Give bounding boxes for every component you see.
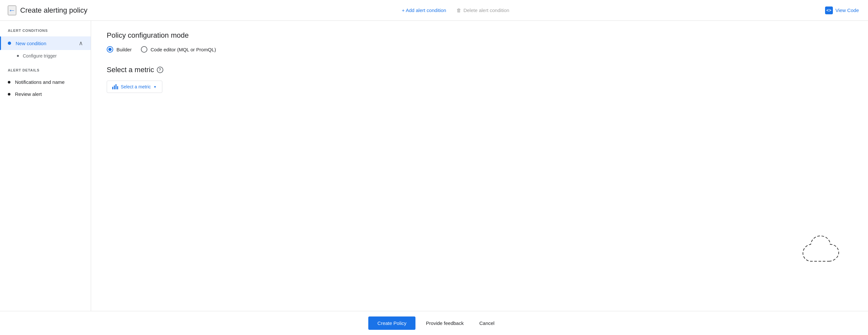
dot-icon <box>8 93 10 96</box>
radio-group: Builder Code editor (MQL or PromQL) <box>107 46 852 53</box>
builder-radio-circle <box>107 46 113 53</box>
active-dot-icon <box>8 42 11 45</box>
metric-chart-icon <box>112 84 118 89</box>
sidebar: ALERT CONDITIONS New condition ∧ Configu… <box>0 21 91 311</box>
select-metric-title-text: Select a metric <box>107 66 154 74</box>
code-editor-label: Code editor (MQL or PromQL) <box>151 47 216 52</box>
sidebar-item-new-condition[interactable]: New condition ∧ <box>0 36 91 50</box>
sidebar-item-review-alert[interactable]: Review alert <box>0 88 91 100</box>
new-condition-label: New condition <box>16 41 46 46</box>
select-metric-btn-label: Select a metric <box>121 84 151 89</box>
content-area: Policy configuration mode Builder Code e… <box>91 21 868 311</box>
add-condition-button[interactable]: + Add alert condition <box>401 5 447 15</box>
help-icon[interactable]: ? <box>157 67 163 73</box>
bar3 <box>116 84 117 89</box>
create-policy-button[interactable]: Create Policy <box>368 316 415 330</box>
cloud-illustration <box>777 232 842 272</box>
dot-icon <box>8 81 10 83</box>
cancel-button[interactable]: Cancel <box>474 316 500 330</box>
dropdown-arrow-icon: ▼ <box>154 85 157 89</box>
builder-label: Builder <box>117 47 132 52</box>
alert-conditions-heading: ALERT CONDITIONS <box>0 29 91 33</box>
bottom-bar: Create Policy Provide feedback Cancel <box>0 311 868 335</box>
provide-feedback-button[interactable]: Provide feedback <box>421 316 469 330</box>
back-button[interactable]: ← <box>8 5 16 15</box>
trash-icon: 🗑 <box>457 7 461 13</box>
policy-mode-section: Policy configuration mode Builder Code e… <box>107 31 852 53</box>
metric-section-title: Select a metric ? <box>107 66 852 74</box>
code-editor-radio-option[interactable]: Code editor (MQL or PromQL) <box>141 46 216 53</box>
sidebar-item-configure-trigger[interactable]: Configure trigger <box>0 50 91 62</box>
sub-dot-icon <box>17 55 19 57</box>
back-arrow-icon: ← <box>8 6 16 14</box>
bar4 <box>117 86 118 89</box>
select-metric-button[interactable]: Select a metric ▼ <box>107 80 162 93</box>
sidebar-gap <box>0 62 91 68</box>
policy-mode-title: Policy configuration mode <box>107 31 852 40</box>
code-editor-radio-circle <box>141 46 147 53</box>
configure-trigger-label: Configure trigger <box>23 53 57 59</box>
chevron-up-icon: ∧ <box>79 40 83 47</box>
bar2 <box>114 86 115 89</box>
select-metric-section: Select a metric ? Select a metric ▼ <box>107 66 852 93</box>
view-code-button[interactable]: <> View Code <box>824 4 860 17</box>
alert-details-heading: ALERT DETAILS <box>0 68 91 72</box>
bar1 <box>112 87 113 89</box>
view-code-label: View Code <box>835 7 859 13</box>
delete-condition-label: Delete alert condition <box>463 7 509 13</box>
notifications-label: Notifications and name <box>15 79 65 85</box>
sidebar-item-notifications[interactable]: Notifications and name <box>0 76 91 88</box>
view-code-icon: <> <box>825 6 833 14</box>
header-actions: + Add alert condition 🗑 Delete alert con… <box>401 5 510 15</box>
add-condition-label: + Add alert condition <box>402 7 446 13</box>
top-header: ← Create alerting policy + Add alert con… <box>0 0 868 21</box>
review-alert-label: Review alert <box>15 91 42 97</box>
main-content: ALERT CONDITIONS New condition ∧ Configu… <box>0 21 868 311</box>
delete-condition-button[interactable]: 🗑 Delete alert condition <box>455 5 510 15</box>
page-title: Create alerting policy <box>20 6 88 14</box>
builder-radio-option[interactable]: Builder <box>107 46 132 53</box>
